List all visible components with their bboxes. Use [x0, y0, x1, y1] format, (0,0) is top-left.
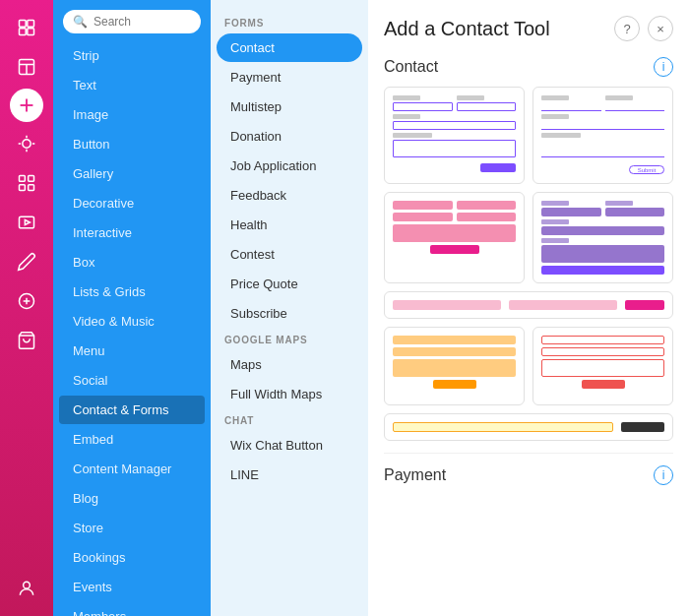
middle-item-health[interactable]: Health — [217, 211, 362, 239]
left-nav-item-interactive[interactable]: Interactive — [59, 218, 205, 247]
search-box[interactable]: 🔍 — [63, 10, 201, 33]
middle-section-label-forms: FORMS — [211, 12, 368, 32]
search-input[interactable] — [94, 15, 191, 29]
middle-item-line[interactable]: LINE — [217, 461, 362, 489]
svg-rect-1 — [28, 21, 34, 28]
middle-item-maps[interactable]: Maps — [217, 350, 362, 379]
left-nav-item-text[interactable]: Text — [59, 71, 205, 99]
left-nav: StripTextImageButtonGalleryDecorativeInt… — [53, 41, 211, 616]
payment-section-header: Payment i — [384, 465, 673, 485]
svg-rect-10 — [20, 176, 26, 182]
account-icon[interactable] — [9, 571, 44, 606]
left-nav-item-store[interactable]: Store — [59, 514, 205, 542]
payment-section-title: Payment — [384, 466, 446, 484]
middle-section-label-google-maps: GOOGLE MAPS — [211, 329, 368, 349]
contact-forms-grid-2 — [384, 327, 673, 405]
pages-icon[interactable] — [9, 10, 44, 45]
left-nav-item-gallery[interactable]: Gallery — [59, 159, 205, 188]
payment-info-icon[interactable]: i — [654, 465, 673, 485]
section-divider — [384, 453, 673, 454]
svg-rect-13 — [29, 185, 34, 191]
middle-item-wix-chat-button[interactable]: Wix Chat Button — [217, 431, 362, 460]
media-icon[interactable] — [9, 205, 44, 240]
middle-nav: FORMSContactPaymentMultistepDonationJob … — [211, 12, 368, 489]
contact-form-card-4[interactable] — [532, 192, 673, 283]
left-nav-item-members[interactable]: Members — [59, 602, 205, 616]
svg-marker-15 — [25, 220, 30, 225]
left-nav-item-button[interactable]: Button — [59, 130, 205, 158]
contact-form-card-1[interactable] — [384, 87, 525, 184]
middle-item-full-width-maps[interactable]: Full Width Maps — [217, 380, 362, 408]
help-button[interactable]: ? — [614, 16, 640, 41]
middle-item-job-application[interactable]: Job Application — [217, 152, 362, 180]
layout-icon[interactable] — [9, 49, 44, 85]
pen-icon[interactable] — [9, 244, 44, 279]
svg-rect-0 — [20, 21, 27, 28]
contact-forms-grid: Submit — [384, 87, 673, 283]
left-nav-item-contact---forms[interactable]: Contact & Forms — [59, 396, 205, 424]
close-button[interactable]: × — [648, 16, 673, 41]
main-title: Add a Contact Tool — [384, 18, 550, 40]
middle-panel: FORMSContactPaymentMultistepDonationJob … — [211, 0, 368, 616]
left-nav-item-image[interactable]: Image — [59, 100, 205, 129]
contact-section-title: Contact — [384, 58, 438, 76]
middle-item-contest[interactable]: Contest — [217, 240, 362, 269]
contact-form-card-6[interactable] — [532, 327, 673, 405]
left-nav-item-social[interactable]: Social — [59, 366, 205, 395]
middle-item-payment[interactable]: Payment — [217, 63, 362, 92]
left-nav-item-embed[interactable]: Embed — [59, 425, 205, 454]
svg-rect-14 — [20, 216, 34, 228]
contact-section-header: Contact i — [384, 57, 673, 77]
middle-section-label-chat: CHAT — [211, 409, 368, 430]
middle-item-subscribe[interactable]: Subscribe — [217, 299, 362, 328]
middle-item-feedback[interactable]: Feedback — [217, 181, 362, 210]
left-nav-item-video---music[interactable]: Video & Music — [59, 307, 205, 336]
svg-point-18 — [24, 582, 31, 588]
svg-rect-2 — [20, 29, 27, 35]
middle-item-donation[interactable]: Donation — [217, 122, 362, 151]
svg-rect-11 — [29, 176, 34, 182]
left-nav-item-blog[interactable]: Blog — [59, 484, 205, 513]
main-content: Add a Contact Tool ? × Contact i — [368, 0, 689, 616]
design-icon[interactable] — [9, 126, 44, 161]
contact-form-card-wide-1[interactable] — [384, 291, 673, 319]
search-icon: 🔍 — [73, 15, 88, 29]
apps-icon[interactable] — [9, 165, 44, 201]
svg-rect-12 — [20, 185, 26, 191]
middle-item-price-quote[interactable]: Price Quote — [217, 270, 362, 298]
main-header: Add a Contact Tool ? × — [384, 16, 673, 41]
contact-info-icon[interactable]: i — [654, 57, 673, 77]
svg-point-9 — [23, 140, 31, 148]
middle-item-contact[interactable]: Contact — [217, 33, 362, 62]
contact-form-card-5[interactable] — [384, 327, 525, 405]
left-nav-item-content-manager[interactable]: Content Manager — [59, 455, 205, 483]
left-nav-item-menu[interactable]: Menu — [59, 337, 205, 365]
middle-item-multistep[interactable]: Multistep — [217, 92, 362, 121]
widgets-icon[interactable] — [9, 283, 44, 319]
left-nav-item-box[interactable]: Box — [59, 248, 205, 277]
left-panel: 🔍 StripTextImageButtonGalleryDecorativeI… — [53, 0, 211, 616]
add-icon[interactable] — [10, 89, 43, 122]
market-icon[interactable] — [9, 323, 44, 358]
left-nav-item-lists---grids[interactable]: Lists & Grids — [59, 277, 205, 306]
contact-form-card-wide-2[interactable] — [384, 413, 673, 441]
left-nav-item-decorative[interactable]: Decorative — [59, 189, 205, 217]
left-nav-item-strip[interactable]: Strip — [59, 41, 205, 70]
contact-form-card-3[interactable] — [384, 192, 525, 283]
header-icons: ? × — [614, 16, 673, 41]
left-nav-item-events[interactable]: Events — [59, 573, 205, 601]
contact-form-card-2[interactable]: Submit — [532, 87, 673, 184]
svg-rect-3 — [28, 29, 34, 35]
left-nav-item-bookings[interactable]: Bookings — [59, 543, 205, 572]
icon-bar — [0, 0, 53, 616]
